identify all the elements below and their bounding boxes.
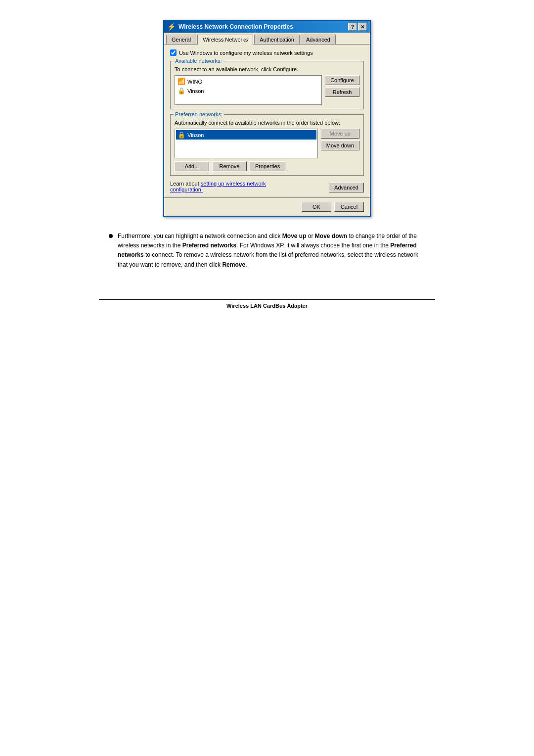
page-footer: Wireless LAN CardBus Adapter bbox=[99, 299, 435, 309]
tab-authentication[interactable]: Authentication bbox=[254, 35, 300, 44]
dialog-bottom: OK Cancel bbox=[164, 197, 370, 216]
move-up-button[interactable]: Move up bbox=[321, 129, 359, 139]
available-networks-label: Available networks: bbox=[174, 58, 223, 64]
bold-move-down: Move down bbox=[315, 233, 347, 239]
network-name: Vinson bbox=[187, 88, 204, 94]
dialog-titlebar: ⚡ Wireless Network Connection Properties… bbox=[164, 21, 370, 33]
move-down-button[interactable]: Move down bbox=[321, 141, 359, 150]
use-windows-checkbox[interactable] bbox=[170, 49, 177, 56]
learn-link-area: Learn about setting up wireless network … bbox=[170, 181, 289, 192]
tab-general[interactable]: General bbox=[166, 35, 196, 44]
bottom-area: Learn about setting up wireless network … bbox=[170, 181, 364, 192]
network-name: Vinson bbox=[187, 132, 204, 138]
lock-icon: 🔒 bbox=[178, 131, 185, 139]
use-windows-label: Use Windows to configure my wireless net… bbox=[179, 50, 313, 56]
add-button[interactable]: Add... bbox=[175, 161, 209, 171]
signal-icon: 📶 bbox=[178, 78, 185, 85]
bullet-text-or: or bbox=[307, 233, 315, 239]
preferred-side-buttons: Move up Move down bbox=[321, 129, 359, 158]
bullet-text-part1: Furthermore, you can highlight a network… bbox=[118, 233, 282, 239]
advanced-button[interactable]: Advanced bbox=[329, 183, 364, 192]
bullet-text: Furthermore, you can highlight a network… bbox=[118, 232, 425, 270]
bullet-item: Furthermore, you can highlight a network… bbox=[109, 232, 425, 270]
bullet-text-part4: to connect. To remove a wireless network… bbox=[118, 251, 418, 268]
bullet-section: Furthermore, you can highlight a network… bbox=[99, 232, 435, 270]
available-side-buttons: Configure Refresh bbox=[325, 75, 359, 105]
preferred-desc: Automatically connect to available netwo… bbox=[175, 120, 359, 126]
list-item[interactable]: 🔒 Vinson bbox=[176, 130, 316, 140]
properties-button[interactable]: Properties bbox=[250, 161, 285, 171]
tab-advanced[interactable]: Advanced bbox=[301, 35, 336, 44]
close-button[interactable]: ✕ bbox=[358, 23, 367, 31]
preferred-network-list[interactable]: 🔒 Vinson bbox=[175, 129, 318, 158]
network-name: WING bbox=[187, 79, 202, 85]
tab-wireless-networks[interactable]: Wireless Networks bbox=[197, 35, 253, 45]
refresh-button[interactable]: Refresh bbox=[325, 87, 359, 97]
available-desc: To connect to an available network, clic… bbox=[175, 66, 359, 72]
bullet-dot bbox=[109, 234, 113, 238]
preferred-networks-label: Preferred networks: bbox=[174, 111, 224, 117]
list-item[interactable]: 📶 WING bbox=[176, 77, 320, 86]
preferred-networks-section: Preferred networks: Automatically connec… bbox=[170, 114, 364, 176]
preferred-network-list-area: 🔒 Vinson Move up Move down bbox=[175, 129, 359, 158]
titlebar-controls: ? ✕ bbox=[348, 23, 367, 31]
footer-label: Wireless LAN CardBus Adapter bbox=[226, 303, 308, 309]
available-network-list[interactable]: 📶 WING 🔒 Vinson bbox=[175, 75, 322, 105]
ok-button[interactable]: OK bbox=[302, 202, 331, 212]
dialog-content: Use Windows to configure my wireless net… bbox=[164, 45, 370, 197]
learn-text: Learn about bbox=[170, 181, 201, 187]
bullet-text-part3: . For Windows XP, it will always choose … bbox=[236, 242, 390, 249]
cancel-button[interactable]: Cancel bbox=[334, 202, 364, 212]
list-item[interactable]: 🔒 Vinson bbox=[176, 86, 320, 95]
bullet-text-end: . bbox=[245, 261, 247, 268]
wireless-properties-dialog: ⚡ Wireless Network Connection Properties… bbox=[163, 20, 371, 217]
remove-button[interactable]: Remove bbox=[212, 161, 247, 171]
use-windows-checkbox-row[interactable]: Use Windows to configure my wireless net… bbox=[170, 49, 364, 56]
network-icon: ⚡ bbox=[167, 23, 176, 31]
preferred-bottom-buttons: Add... Remove Properties bbox=[175, 161, 359, 171]
configure-button[interactable]: Configure bbox=[325, 75, 359, 85]
dialog-tabs: General Wireless Networks Authentication… bbox=[164, 33, 370, 45]
bold-preferred1: Preferred networks bbox=[182, 242, 236, 249]
dialog-title: Wireless Network Connection Properties bbox=[178, 23, 345, 30]
help-button[interactable]: ? bbox=[348, 23, 357, 31]
available-network-list-area: 📶 WING 🔒 Vinson Configure Refresh bbox=[175, 75, 359, 105]
bold-move-up: Move up bbox=[282, 233, 307, 239]
lock-icon: 🔒 bbox=[178, 87, 185, 94]
available-networks-section: Available networks: To connect to an ava… bbox=[170, 61, 364, 109]
bold-remove: Remove bbox=[222, 261, 245, 268]
